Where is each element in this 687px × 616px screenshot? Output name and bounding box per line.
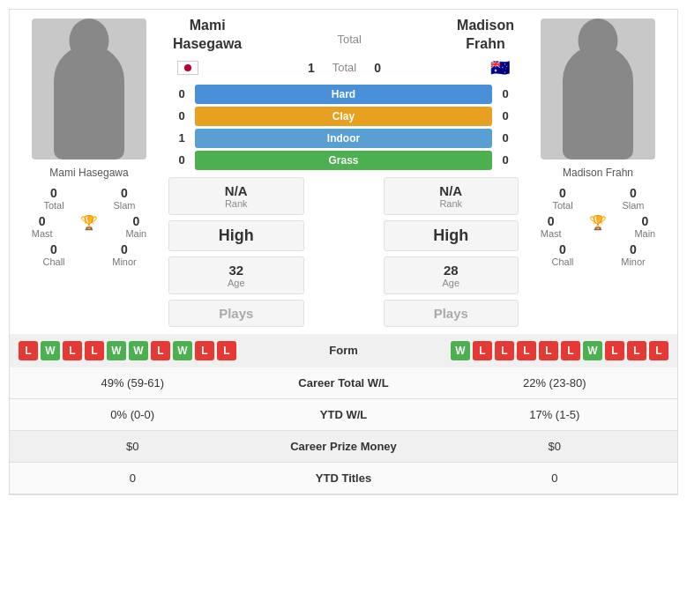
left-slam-stat: 0 Slam bbox=[102, 186, 146, 211]
form-badge-w: W bbox=[583, 341, 602, 360]
high-center-spacer bbox=[309, 220, 379, 251]
right-chall-label: Chall bbox=[541, 256, 585, 267]
form-badge-l: L bbox=[649, 341, 668, 360]
center-column: Mami Hasegawa Total Madison Frahn 1 bbox=[164, 10, 523, 334]
right-player-silhouette bbox=[563, 45, 633, 160]
total-score-label: Total bbox=[332, 61, 356, 74]
form-badge-l: L bbox=[605, 341, 624, 360]
form-badge-l: L bbox=[195, 341, 214, 360]
prize-money-left: $0 bbox=[10, 431, 256, 462]
right-rank-value: N/A bbox=[389, 183, 514, 198]
form-badge-w: W bbox=[451, 341, 470, 360]
page-container: Mami Hasegawa 0 Total 0 Slam 0 M bbox=[0, 0, 687, 504]
hard-right-score: 0 bbox=[497, 87, 514, 100]
right-player-heading: Madison Frahn bbox=[457, 17, 514, 54]
left-age-value: 32 bbox=[174, 263, 299, 278]
flags-total-row: 1 Total 0 🇦🇺 bbox=[164, 58, 523, 82]
left-age-label: Age bbox=[174, 278, 299, 288]
form-badge-l: L bbox=[63, 341, 82, 360]
left-rank-label: Rank bbox=[174, 198, 299, 209]
right-mast-label: Mast bbox=[529, 228, 573, 239]
left-plays-box: Plays bbox=[168, 300, 304, 327]
clay-badge: Clay bbox=[195, 107, 492, 126]
left-age-box: 32 Age bbox=[168, 256, 304, 294]
right-plays-value: Plays bbox=[389, 306, 514, 321]
hard-left-score: 0 bbox=[173, 87, 190, 100]
right-main-label: Main bbox=[623, 228, 667, 239]
grass-right-score: 0 bbox=[497, 153, 514, 167]
right-age-value: 28 bbox=[389, 263, 514, 278]
form-badge-l: L bbox=[517, 341, 536, 360]
right-player-stats: 0 Total 0 Slam 0 Mast 🏆 bbox=[527, 186, 668, 271]
ytd-titles-label: YTD Titles bbox=[256, 463, 432, 494]
right-main-value: 0 bbox=[623, 214, 667, 228]
form-badge-w: W bbox=[107, 341, 126, 360]
left-main-stat: 0 Main bbox=[114, 214, 158, 239]
ytd-titles-right: 0 bbox=[432, 463, 678, 494]
surface-rows: 0 Hard 0 0 Clay 0 1 Indoor 0 bbox=[164, 82, 523, 173]
right-slam-label: Slam bbox=[611, 200, 655, 211]
right-chall-value: 0 bbox=[541, 242, 585, 256]
age-center-spacer bbox=[309, 256, 379, 294]
left-rank-value: N/A bbox=[174, 183, 299, 198]
left-flag-container bbox=[177, 60, 198, 75]
ytd-wl-row: 0% (0-0) YTD W/L 17% (1-5) bbox=[10, 399, 677, 431]
right-stat-row-2: 0 Mast 🏆 0 Main bbox=[527, 214, 668, 239]
left-player-stats: 0 Total 0 Slam 0 Mast 🏆 bbox=[19, 186, 160, 271]
info-row-age: 32 Age 28 Age bbox=[164, 254, 523, 297]
left-mast-label: Mast bbox=[20, 228, 64, 239]
left-slam-value: 0 bbox=[102, 186, 146, 200]
left-name-line1: Mami bbox=[190, 18, 226, 33]
right-minor-stat: 0 Minor bbox=[611, 242, 655, 267]
form-center-label: Form bbox=[241, 344, 446, 357]
career-wl-label: Career Total W/L bbox=[256, 367, 432, 398]
right-main-stat: 0 Main bbox=[623, 214, 667, 239]
indoor-badge: Indoor bbox=[195, 129, 492, 148]
left-name-line2: Hasegawa bbox=[173, 36, 242, 51]
right-rank-box: N/A Rank bbox=[384, 177, 519, 215]
left-mast-stat: 0 Mast bbox=[20, 214, 64, 239]
right-player-name-label: Madison Frahn bbox=[563, 167, 633, 179]
form-badge-l: L bbox=[217, 341, 236, 360]
right-minor-label: Minor bbox=[611, 256, 655, 267]
form-badge-l: L bbox=[151, 341, 170, 360]
left-player-silhouette bbox=[54, 45, 124, 160]
right-player-avatar bbox=[541, 19, 655, 160]
form-badge-l: L bbox=[561, 341, 580, 360]
right-slam-stat: 0 Slam bbox=[611, 186, 655, 211]
form-label: Form bbox=[329, 344, 358, 357]
left-form-badges: LWLLWWLWLL bbox=[19, 341, 236, 360]
right-slam-value: 0 bbox=[611, 186, 655, 200]
right-stat-row-1: 0 Total 0 Slam bbox=[527, 186, 668, 211]
left-player-heading: Mami Hasegawa bbox=[173, 17, 242, 54]
right-chall-stat: 0 Chall bbox=[541, 242, 585, 267]
career-wl-left: 49% (59-61) bbox=[10, 367, 256, 398]
total-scores: 1 Total 0 bbox=[308, 61, 381, 75]
left-minor-value: 0 bbox=[102, 242, 146, 256]
form-badge-w: W bbox=[129, 341, 148, 360]
form-badge-l: L bbox=[539, 341, 558, 360]
left-player-name-label: Mami Hasegawa bbox=[49, 167, 128, 179]
right-name-line2: Frahn bbox=[466, 36, 504, 51]
left-minor-label: Minor bbox=[102, 256, 146, 267]
right-minor-value: 0 bbox=[611, 242, 655, 256]
form-badge-l: L bbox=[627, 341, 646, 360]
left-stat-row-1: 0 Total 0 Slam bbox=[19, 186, 160, 211]
left-total-score: 1 bbox=[308, 61, 315, 75]
clay-right-score: 0 bbox=[497, 109, 514, 122]
plays-center-spacer bbox=[309, 300, 379, 327]
left-total-value: 0 bbox=[32, 186, 76, 200]
player-comparison-area: Mami Hasegawa 0 Total 0 Slam 0 M bbox=[9, 9, 678, 334]
left-chall-label: Chall bbox=[32, 256, 76, 267]
right-mast-value: 0 bbox=[529, 214, 573, 228]
clay-left-score: 0 bbox=[173, 109, 190, 122]
form-section: LWLLWWLWLL Form WLLLLLWLLL bbox=[9, 334, 678, 367]
center-names-row: Mami Hasegawa Total Madison Frahn bbox=[164, 10, 523, 58]
left-trophy-icon-container: 🏆 bbox=[67, 214, 111, 239]
right-stat-row-3: 0 Chall 0 Minor bbox=[527, 242, 668, 267]
right-form-badges: WLLLLLWLLL bbox=[451, 341, 668, 360]
right-high-box: High bbox=[384, 220, 519, 251]
right-trophy-icon-container: 🏆 bbox=[576, 214, 620, 239]
indoor-right-score: 0 bbox=[497, 131, 514, 145]
left-rank-box: N/A Rank bbox=[168, 177, 304, 215]
